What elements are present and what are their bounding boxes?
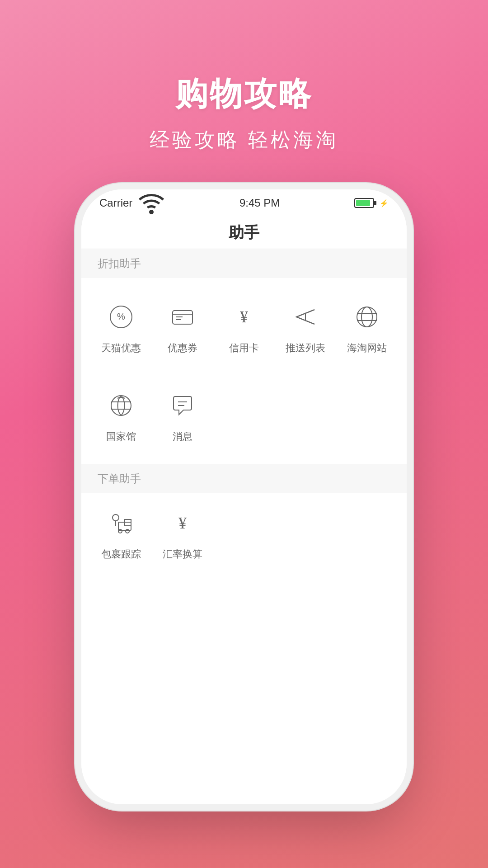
menu-item-push[interactable]: 推送列表 (275, 292, 336, 362)
hero-title: 购物攻略 (150, 72, 338, 116)
section-header-discount: 折扣助手 (81, 249, 407, 278)
hero-subtitle: 经验攻略 轻松海淘 (150, 127, 338, 153)
section-header-order: 下单助手 (81, 464, 407, 493)
menu-item-credit[interactable]: ¥ 信用卡 (213, 292, 275, 362)
message-label: 消息 (173, 430, 192, 443)
carrier-label: Carrier (99, 197, 132, 209)
tmall-label: 天猫优惠 (101, 341, 141, 355)
phone-screen: Carrier 9:45 PM (81, 189, 407, 804)
icon-grid-order: 包裹跟踪 ¥ 汇率换算 (81, 493, 407, 582)
package-icon (103, 505, 139, 541)
svg-point-17 (111, 396, 131, 415)
status-right: ⚡ (354, 198, 389, 208)
menu-item-message[interactable]: 消息 (152, 380, 213, 451)
menu-item-site[interactable]: 海淘网站 (336, 292, 398, 362)
menu-item-package[interactable]: 包裹跟踪 (90, 498, 152, 568)
svg-point-0 (150, 211, 153, 213)
site-icon (349, 299, 385, 335)
site-label: 海淘网站 (347, 341, 387, 355)
menu-item-tmall[interactable]: % 天猫优惠 (90, 292, 152, 362)
status-time: 9:45 PM (239, 197, 280, 209)
svg-marker-12 (296, 313, 305, 321)
nav-title: 助手 (229, 222, 259, 243)
push-label: 推送列表 (286, 341, 325, 355)
coupon-icon (164, 299, 201, 335)
status-left: Carrier (99, 189, 165, 217)
icon-grid-row2: 国家馆 消息 (81, 376, 407, 464)
menu-item-rate[interactable]: ¥ 汇率换算 (152, 498, 213, 568)
svg-text:¥: ¥ (240, 308, 248, 326)
credit-icon: ¥ (226, 299, 262, 335)
nav-bar: 助手 (81, 217, 407, 249)
svg-point-22 (113, 514, 119, 521)
rate-label: 汇率换算 (163, 547, 202, 561)
phone-frame: Carrier 9:45 PM (81, 189, 407, 804)
credit-label: 信用卡 (229, 341, 259, 355)
phone-mockup: Carrier 9:45 PM (81, 189, 407, 813)
svg-text:%: % (117, 311, 125, 321)
menu-item-coupon[interactable]: 优惠券 (152, 292, 213, 362)
icon-grid-row1: % 天猫优惠 优惠券 (81, 278, 407, 376)
message-icon (164, 387, 201, 424)
push-icon (287, 299, 324, 335)
svg-point-13 (357, 307, 377, 327)
section-title-discount: 折扣助手 (98, 257, 141, 269)
charging-icon: ⚡ (380, 199, 389, 208)
battery-fill (356, 200, 370, 206)
rate-icon: ¥ (164, 505, 201, 541)
svg-line-11 (305, 321, 314, 324)
package-label: 包裹跟踪 (101, 547, 141, 561)
country-label: 国家馆 (106, 430, 136, 443)
tmall-icon: % (103, 299, 139, 335)
svg-text:¥: ¥ (178, 514, 187, 532)
svg-point-14 (361, 307, 372, 327)
status-bar: Carrier 9:45 PM (81, 189, 407, 217)
menu-item-country[interactable]: 国家馆 (90, 380, 152, 451)
hero-section: 购物攻略 经验攻略 轻松海淘 (150, 72, 338, 153)
section-title-order: 下单助手 (98, 472, 141, 485)
battery-icon (354, 198, 374, 208)
battery-tip (374, 201, 376, 205)
wifi-icon (138, 189, 165, 217)
country-icon (103, 387, 139, 424)
coupon-label: 优惠券 (168, 341, 197, 355)
svg-line-10 (305, 310, 314, 313)
